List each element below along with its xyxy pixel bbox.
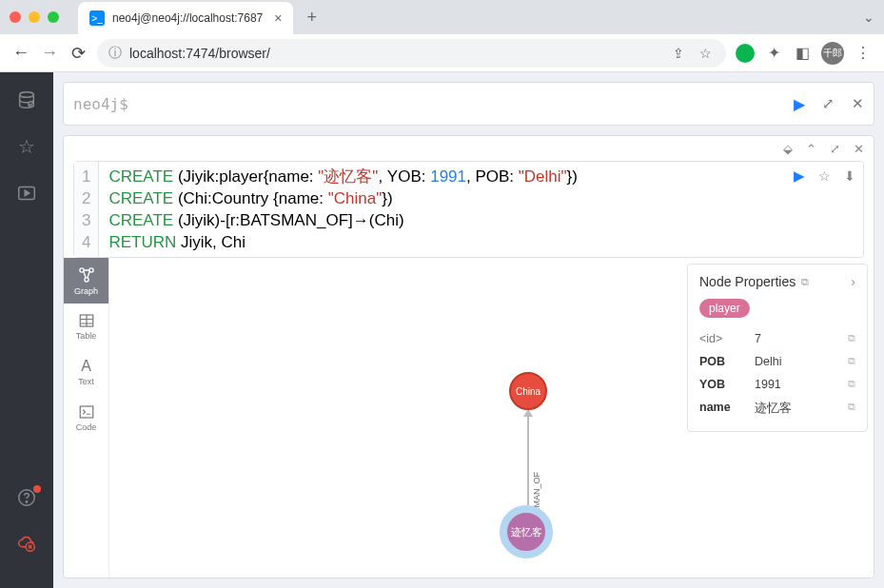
property-value: Delhi xyxy=(755,355,848,368)
close-frame-icon[interactable]: ✕ xyxy=(854,142,864,156)
maximize-window-button[interactable] xyxy=(48,11,59,23)
node-label-chip[interactable]: player xyxy=(699,299,750,318)
tab-close-icon[interactable]: × xyxy=(274,10,282,26)
tab-label: Graph xyxy=(74,286,98,296)
notification-dot xyxy=(33,485,41,493)
property-row: YOB1991⧉ xyxy=(699,373,855,396)
props-title: Node Properties xyxy=(699,274,796,289)
property-row: name迹忆客⧉ xyxy=(699,396,855,421)
property-row: POBDelhi⧉ xyxy=(699,350,855,373)
new-tab-button[interactable]: + xyxy=(306,8,317,28)
tab-code[interactable]: Code xyxy=(64,395,108,441)
query-input[interactable] xyxy=(136,83,786,125)
property-key: <id> xyxy=(699,332,755,345)
property-value: 7 xyxy=(755,332,848,345)
node-properties-panel: Node Properties ⧉ › player <id>7⧉POBDelh… xyxy=(687,264,868,432)
props-header: Node Properties ⧉ › xyxy=(699,274,855,289)
tab-favicon-icon: >_ xyxy=(89,10,105,26)
line-gutter: 1 2 3 4 xyxy=(74,162,99,257)
text-view-icon: A xyxy=(81,358,91,375)
tab-title: neo4j@neo4j://localhost:7687 xyxy=(112,11,263,25)
editor-prompt: neo4j$ xyxy=(73,95,128,113)
expand-fullscreen-icon[interactable]: ⤢ xyxy=(830,142,840,156)
property-key: name xyxy=(699,401,755,417)
table-view-icon xyxy=(78,312,95,329)
minimize-window-button[interactable] xyxy=(29,11,40,23)
line-number: 4 xyxy=(82,231,90,253)
result-frame-header: ⬙ ⌃ ⤢ ✕ xyxy=(64,136,874,161)
copy-value-icon[interactable]: ⧉ xyxy=(848,332,855,345)
svg-rect-10 xyxy=(80,406,93,418)
tab-text[interactable]: A Text xyxy=(64,349,108,395)
copy-all-icon[interactable]: ⧉ xyxy=(801,276,809,288)
profile-avatar[interactable]: 千郎 xyxy=(821,42,844,65)
tabs-overflow-icon[interactable]: ⌄ xyxy=(863,10,874,25)
extension-grammarly-icon[interactable] xyxy=(736,44,755,63)
copy-value-icon[interactable]: ⧉ xyxy=(848,378,855,391)
code-view-icon xyxy=(78,403,95,421)
pin-icon[interactable]: ⬙ xyxy=(783,142,793,156)
browser-tab-strip: >_ neo4j@neo4j://localhost:7687 × + ⌄ xyxy=(0,0,884,34)
node-label: China xyxy=(516,386,540,397)
app-body: ☆ neo4j$ ▶ ⤢ ✕ ⬙ ⌃ ⤢ xyxy=(0,72,884,588)
code-content[interactable]: CREATE (Jiyik:player{name: "迹忆客", YOB: 1… xyxy=(99,162,863,257)
left-sidebar: ☆ xyxy=(0,72,53,588)
download-icon[interactable]: ⬇ xyxy=(844,168,855,184)
graph-node-china[interactable]: China xyxy=(509,372,547,410)
favorites-star-icon[interactable]: ☆ xyxy=(18,135,35,158)
svg-point-0 xyxy=(20,92,34,98)
close-window-button[interactable] xyxy=(10,11,21,23)
property-key: POB xyxy=(699,355,755,368)
back-button[interactable]: ← xyxy=(11,43,30,63)
view-tabs: Graph Table A Text xyxy=(64,258,109,578)
graph-canvas[interactable]: BATSMAN_OF China 迹忆客 Node Properties ⧉ ›… xyxy=(109,258,874,578)
svg-point-4 xyxy=(26,501,27,502)
main-area: neo4j$ ▶ ⤢ ✕ ⬙ ⌃ ⤢ ✕ 1 2 3 4 CREATE (Ji xyxy=(53,72,884,588)
query-editor-bar: neo4j$ ▶ ⤢ ✕ xyxy=(63,82,874,126)
property-key: YOB xyxy=(699,378,755,391)
close-editor-icon[interactable]: ✕ xyxy=(852,95,864,112)
kebab-menu-icon[interactable]: ⋮ xyxy=(854,44,873,62)
tab-graph[interactable]: Graph xyxy=(64,258,108,304)
graph-view-icon xyxy=(77,265,96,284)
guides-play-icon[interactable] xyxy=(16,183,37,204)
database-icon[interactable] xyxy=(16,89,37,110)
relationship-arrow-icon xyxy=(523,409,533,417)
graph-node-jiyik[interactable]: 迹忆客 xyxy=(500,505,553,559)
tab-label: Text xyxy=(78,377,94,386)
tab-label: Table xyxy=(76,331,97,341)
side-panel-icon[interactable]: ◧ xyxy=(793,44,812,62)
line-number: 1 xyxy=(82,166,90,187)
line-number: 2 xyxy=(82,187,90,209)
node-label: 迹忆客 xyxy=(511,525,542,539)
tab-table[interactable]: Table xyxy=(64,304,108,349)
result-frame: ⬙ ⌃ ⤢ ✕ 1 2 3 4 CREATE (Jiyik:player{nam… xyxy=(63,135,874,578)
favorite-query-icon[interactable]: ☆ xyxy=(818,168,831,184)
code-actions: ▶ ☆ ⬇ xyxy=(794,167,855,185)
bookmark-star-icon[interactable]: ☆ xyxy=(696,46,715,61)
relationship-line[interactable] xyxy=(527,410,529,505)
property-value: 1991 xyxy=(755,378,848,391)
query-code-block: 1 2 3 4 CREATE (Jiyik:player{name: "迹忆客"… xyxy=(73,161,864,258)
share-icon[interactable]: ⇪ xyxy=(669,46,688,61)
extensions-puzzle-icon[interactable]: ✦ xyxy=(764,44,783,62)
url-text: localhost:7474/browser/ xyxy=(129,46,661,61)
site-info-icon[interactable]: ⓘ xyxy=(108,45,122,62)
copy-value-icon[interactable]: ⧉ xyxy=(848,401,855,417)
collapse-up-icon[interactable]: ⌃ xyxy=(806,142,816,156)
browser-toolbar: ← → ⟳ ⓘ localhost:7474/browser/ ⇪ ☆ ✦ ◧ … xyxy=(0,34,884,72)
fullscreen-editor-icon[interactable]: ⤢ xyxy=(822,95,835,112)
tab-label: Code xyxy=(76,422,97,432)
reload-button[interactable]: ⟳ xyxy=(69,43,88,64)
run-query-button[interactable]: ▶ xyxy=(794,95,805,113)
browser-tab[interactable]: >_ neo4j@neo4j://localhost:7687 × xyxy=(78,2,293,34)
property-row: <id>7⧉ xyxy=(699,327,855,350)
address-bar[interactable]: ⓘ localhost:7474/browser/ ⇪ ☆ xyxy=(97,39,726,68)
rerun-button[interactable]: ▶ xyxy=(794,167,805,185)
line-number: 3 xyxy=(82,209,90,231)
cloud-sync-icon[interactable] xyxy=(16,533,37,554)
copy-value-icon[interactable]: ⧉ xyxy=(848,355,855,368)
window-controls xyxy=(10,11,59,23)
collapse-panel-icon[interactable]: › xyxy=(851,274,855,289)
forward-button[interactable]: → xyxy=(40,43,59,63)
